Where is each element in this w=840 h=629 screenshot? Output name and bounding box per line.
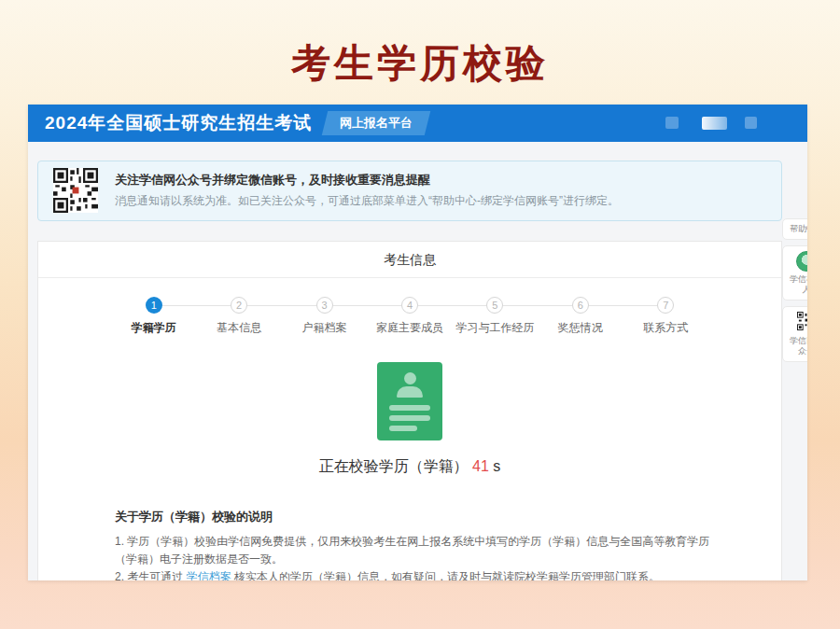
step-circle-row: 3 [282, 297, 367, 314]
redacted-username [702, 117, 727, 130]
step-connector [162, 305, 197, 306]
step-indicator: 1学籍学历2基本信息3户籍档案4家庭主要成员5学习与工作经历6奖惩情况7联系方式 [111, 297, 708, 336]
browser-window: 2024年全国硕士研究生招生考试 网上报名平台 [28, 105, 807, 580]
step-item-联系方式[interactable]: 7联系方式 [623, 297, 708, 336]
notice-subtitle: 消息通知请以系统为准。如已关注公众号，可通过底部菜单进入“帮助中心-绑定学信网账… [115, 193, 619, 209]
step-item-学籍学历[interactable]: 1学籍学历 [111, 297, 196, 336]
person-document-icon [377, 362, 442, 440]
step-circle-row: 6 [538, 297, 623, 314]
step-label: 基本信息 [217, 320, 261, 336]
step-circle-row: 1 [111, 297, 196, 314]
step-circle-row: 7 [623, 297, 708, 314]
notice-title: 关注学信网公众号并绑定微信账号，及时接收重要消息提醒 [115, 172, 430, 189]
step-circle-row: 5 [453, 297, 538, 314]
step-circle-row: 2 [196, 297, 281, 314]
step-connector [418, 305, 453, 306]
step-connector [196, 305, 231, 306]
widget-card-学信机器人[interactable]: 学信机器人 [782, 245, 807, 301]
step-connector [503, 305, 538, 306]
note2-pre: 2. 考生可通过 [115, 570, 187, 580]
step-connector [623, 305, 658, 306]
text-line-shape [389, 415, 430, 421]
widget-label: 帮助中心 [786, 224, 807, 234]
step-number: 4 [401, 297, 418, 314]
text-line-shape [389, 426, 417, 431]
floating-widget-column: 帮助中心学信机器人学信网公众号 [782, 218, 807, 362]
step-connector [589, 305, 623, 306]
candidate-info-panel: 考生信息 1学籍学历2基本信息3户籍档案4家庭主要成员5学习与工作经历6奖惩情况… [37, 241, 782, 580]
platform-badge-label: 网上报名平台 [340, 115, 413, 132]
step-label: 联系方式 [643, 320, 688, 336]
slide-title: 考生学历校验 [0, 37, 840, 90]
portal-header: 2024年全国硕士研究生招生考试 网上报名平台 [28, 105, 807, 142]
step-circle-row: 4 [367, 297, 452, 314]
redacted-logout-icon [745, 117, 757, 129]
widget-label: 学信机器人 [786, 274, 807, 295]
step-connector [247, 305, 282, 306]
step-connector [538, 305, 572, 306]
notice-banner: 关注学信网公众号并绑定微信账号，及时接收重要消息提醒 消息通知请以系统为准。如已… [37, 161, 782, 221]
qr-code-icon [53, 168, 98, 213]
platform-badge: 网上报名平台 [322, 111, 430, 135]
countdown-value: 41 [472, 458, 489, 474]
step-number: 7 [657, 297, 674, 314]
note2-post: 核实本人的学历（学籍）信息，如有疑问，请及时与就读院校学籍学历管理部门联系。 [231, 570, 660, 580]
notes-heading: 关于学历（学籍）校验的说明 [115, 509, 725, 525]
verify-status-text: 正在校验学历（学籍） 41 s [38, 457, 781, 477]
widget-card-学信网公众号[interactable]: 学信网公众号 [782, 306, 807, 362]
step-label: 户籍档案 [302, 320, 347, 336]
text-line-shape [389, 405, 430, 411]
step-item-户籍档案[interactable]: 3户籍档案 [282, 297, 367, 336]
step-number: 1 [146, 297, 162, 314]
qr-code-icon [797, 312, 807, 330]
person-head-shape [404, 372, 416, 384]
step-connector [333, 305, 368, 306]
note-item-1: 1. 学历（学籍）校验由学信网免费提供，仅用来校验考生在网上报名系统中填写的学历… [115, 533, 725, 568]
slide: 考生学历校验 2024年全国硕士研究生招生考试 网上报名平台 [0, 0, 840, 629]
step-label: 奖惩情况 [558, 320, 603, 336]
step-connector [282, 305, 316, 306]
step-number: 2 [231, 297, 247, 314]
person-shoulders-shape [397, 386, 423, 398]
step-label: 学习与工作经历 [455, 320, 534, 336]
step-label: 家庭主要成员 [376, 320, 443, 336]
step-label: 学籍学历 [132, 320, 176, 336]
countdown-unit: s [493, 458, 500, 474]
status-prefix: 正在校验学历（学籍） [319, 458, 469, 474]
archive-link[interactable]: 学信档案 [187, 570, 231, 580]
step-item-学习与工作经历[interactable]: 5学习与工作经历 [453, 297, 538, 336]
note-item-2: 2. 考生可通过 学信档案 核实本人的学历（学籍）信息，如有疑问，请及时与就读院… [115, 568, 725, 580]
step-number: 5 [486, 297, 503, 314]
verification-notes: 关于学历（学籍）校验的说明 1. 学历（学籍）校验由学信网免费提供，仅用来校验考… [115, 509, 725, 580]
panel-title: 考生信息 [38, 242, 781, 278]
step-connector [453, 305, 487, 306]
widget-label: 学信网公众号 [786, 336, 807, 356]
step-number: 6 [572, 297, 589, 314]
robot-avatar-icon [796, 251, 807, 272]
step-item-基本信息[interactable]: 2基本信息 [196, 297, 281, 336]
step-connector [367, 305, 401, 306]
step-number: 3 [316, 297, 333, 314]
step-item-奖惩情况[interactable]: 6奖惩情况 [538, 297, 623, 336]
redacted-header-item-icon [665, 117, 679, 129]
step-item-家庭主要成员[interactable]: 4家庭主要成员 [367, 297, 452, 336]
widget-card-帮助中心[interactable]: 帮助中心 [782, 218, 807, 240]
portal-title: 2024年全国硕士研究生招生考试 [45, 111, 312, 135]
